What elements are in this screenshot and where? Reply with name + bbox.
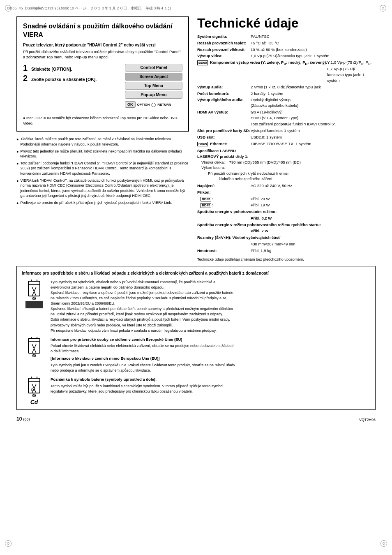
corner-br [380, 540, 387, 547]
step1-number: 1 [23, 64, 30, 72]
page-sub: (80) [23, 417, 30, 421]
remote-diagram: Control Panel Screen Aspect Top Menu Pop… [125, 64, 182, 108]
dark-box [25, 301, 43, 308]
row-ethernet: BD65 Ethernet: 10BASE-T/100BASE-TX: 1 sy… [197, 141, 376, 147]
battery-section: Cd Cd Poznámka k symbolu baterie (symbol… [22, 377, 370, 405]
label-usb: USB slot: [197, 134, 251, 140]
svg-line-15 [33, 354, 35, 356]
row-hdmi: HDMI AV výstup: typ A (19-kolíkový)HDMI … [197, 109, 376, 121]
menu-btn-top-menu[interactable]: Top Menu [125, 82, 182, 90]
label-digital-audio: Výstup digitálního audia: [197, 97, 251, 109]
label-weight: Hmotnost: [197, 248, 251, 254]
page-number-area: 10 (80) [16, 416, 30, 422]
menu-btn-screen-aspect[interactable]: Screen Aspect [125, 73, 182, 81]
bullet-dot-4: ● [16, 178, 18, 199]
label-video-out: Výstup videa: [197, 53, 251, 59]
label-ethernet: BD65 Ethernet: [197, 141, 251, 147]
page: BD65_45_EGsimple(VQT2H96).book 10 ページ ２０… [0, 0, 392, 555]
battery-text: Tento symbol může být použit v kombinaci… [51, 384, 370, 394]
steps-text: 1 Stiskněte [OPTION]. 2 Zvolte položku a… [23, 64, 121, 84]
label-dims-val [197, 241, 251, 247]
bullet-text-2: Provoz této jednotky se může přerušit, k… [20, 149, 189, 159]
ok-button[interactable]: OK [125, 101, 136, 108]
value-dims: 430 mm×207 mm×49 mm [251, 241, 376, 247]
weee-icon-1 [25, 280, 43, 300]
bullet-5: ● Podívejte se prosím do příruček k přís… [16, 200, 189, 206]
row-digital-audio: Výstup digitálního audia: Optický digitá… [197, 97, 376, 109]
tech-table: Systém signálu: PAL/NTSC Rozsah provozní… [197, 34, 376, 254]
value-consumption [251, 190, 376, 195]
bullet-3: ● Toto zařízení podporuje funkci "HDAVI … [16, 161, 189, 176]
value-audio-out: 2 Vrms (1 kHz, 0 dB)/koncovka typu jack [251, 84, 376, 90]
value-quick: Přibl. 7 W [251, 228, 376, 234]
value-temp: +5 °C až +35 °C [251, 40, 376, 46]
label-power: Napájení: [197, 183, 251, 189]
value-hdmi: typ A (19-kolíkový)HDMI (V.1.4, Content … [251, 109, 376, 121]
label-quick: Spotřeba energie v režimu pohotovostního… [197, 222, 376, 228]
eu-section: Informace pro právnické osoby se sídlem … [22, 337, 370, 374]
svg-rect-0 [28, 281, 40, 296]
value-video-out: 1,0 Vp-p (75 Ω)/koncovka typu jack: 1 sy… [251, 53, 376, 59]
svg-line-24 [33, 395, 35, 397]
svg-line-7 [33, 298, 35, 300]
bullet-dot-2: ● [16, 149, 18, 159]
wavelength-value: 790 nm (CD)/655 nm (DVD)/405 nm (BD) [229, 160, 301, 164]
badge-bd65-power: BD65 [201, 197, 211, 202]
icons-col [22, 280, 46, 333]
tech-note: Technické údaje podléhají změnám bez pře… [197, 257, 376, 262]
value-digital-audio: Optický digitální výstup(Zásuvka optické… [251, 97, 376, 109]
value-power: AC 220 až 240 V, 50 Hz [251, 183, 376, 189]
laser-section: Specifikace LASERU LASEROVÝ produkt tříd… [197, 148, 376, 181]
non-eu-title: [Informace o likvidaci v zemích mimo Evr… [51, 356, 370, 361]
corner-tl [5, 5, 12, 12]
bottom-title: Informace pro spotřebitele o sběru a lik… [22, 271, 370, 276]
menu-btn-control-panel[interactable]: Control Panel [125, 64, 182, 72]
svg-rect-8 [28, 338, 40, 353]
bullet-text-4: VIERA Link "HDAVI Control", na základě o… [20, 178, 189, 199]
bullet-4: ● VIERA Link "HDAVI Control", na základě… [16, 178, 189, 199]
bullet-text-5: Podívejte se prosím do příruček k přístr… [20, 200, 172, 206]
option-label: OPTION [137, 103, 150, 106]
label-hdavi-note [197, 121, 251, 127]
tech-title: Technické údaje [197, 16, 376, 30]
label-signal: Systém signálu: [197, 34, 251, 39]
row-temp: Rozsah provozních teplot: +5 °C až +35 °… [197, 40, 376, 46]
remote-controls: OK OPTION ◯ RETURN [125, 101, 182, 108]
page-number: 10 [16, 416, 22, 422]
row-dims-value: 430 mm×207 mm×49 mm [197, 241, 376, 247]
bullet-1: ● Tlačítka, která můžete použít pro toto… [16, 136, 189, 147]
eu-icons-col [22, 337, 46, 374]
viera-title: Snadné ovládání s použitím dálkového ovl… [23, 22, 182, 39]
row-bd65-power: BD65: Přibl. 20 W [197, 196, 376, 202]
page-footer: 10 (80) VQT2H96 [4, 414, 388, 424]
right-column: Technické údaje Systém signálu: PAL/NTSC… [197, 16, 376, 262]
corner-bl [5, 540, 12, 547]
eu-text-col: Informace pro právnické osoby se sídlem … [51, 337, 370, 374]
menu-buttons: Control Panel Screen Aspect Top Menu Pop… [125, 64, 182, 99]
value-bd65-power: Přibl. 20 W [251, 196, 376, 202]
label-hdmi: HDMI AV výstup: [197, 109, 251, 121]
viera-box: Snadné ovládání s použitím dálkového ovl… [16, 16, 189, 132]
main-text-col: Tyto symboly na výrobcích, obalech nebo … [51, 280, 370, 333]
row-audio-out: Výstup audia: 2 Vrms (1 kHz, 0 dB)/konco… [197, 84, 376, 90]
row-video-out: Výstup videa: 1,0 Vp-p (75 Ω)/koncovka t… [197, 53, 376, 59]
return-label: RETURN [157, 103, 171, 106]
bullet-notes: ● Tlačítka, která můžete použít pro toto… [16, 136, 189, 206]
menu-btn-popup-menu[interactable]: Pop-up Menu [125, 91, 182, 99]
step1-desc: Stiskněte [OPTION]. [31, 66, 72, 72]
row-quick-value: Přibl. 7 W [197, 228, 376, 234]
footer-code: VQT2H96 [359, 418, 376, 422]
laser-subtitle: LASEROVÝ produkt třídy 1: [197, 154, 376, 160]
value-signal: PAL/NTSC [251, 34, 376, 39]
step2-desc: Zvolte položku a stiskněte [OK]. [31, 76, 97, 83]
label-dims: Rozměry (Š×V×H): Včetně vyčnívajících čá… [197, 235, 281, 240]
row-bd45-power: BD45: Přibl. 19 W [197, 202, 376, 208]
badge-bd65-eth: BD65 [197, 142, 208, 147]
label-standby: Spotřeba energie v pohotovostním režimu: [197, 209, 376, 215]
steps-area: 1 Stiskněte [OPTION]. 2 Zvolte položku a… [23, 64, 182, 108]
bottom-section: Informace pro spotřebitele o sběru a lik… [16, 266, 376, 410]
value-component: Y:1,0 Vp-p (75 Ω)/PB, PR: 0,7 Vp-p (75 Ω… [327, 60, 376, 83]
battery-title: Poznámka k symbolu baterie (symboly upro… [51, 377, 370, 382]
row-consumption: Příkon: [197, 190, 376, 195]
header-bar: BD65_45_EGsimple(VQT2H96).book 10 ページ ２０… [4, 4, 388, 13]
